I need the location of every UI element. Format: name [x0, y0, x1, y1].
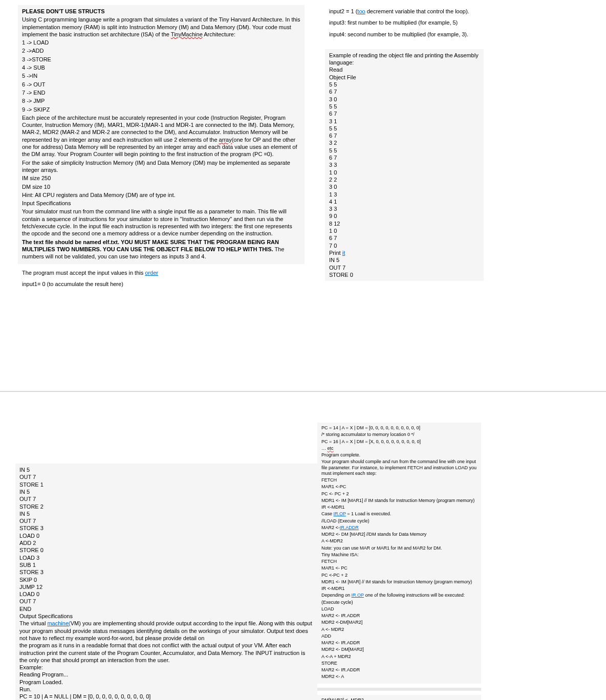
- isa-list: 1 -> LOAD2 ->ADD3 ->STORE4 -> SUB5 ->IN6…: [22, 39, 300, 113]
- order-word: order: [145, 270, 158, 276]
- line: LOAD 3: [19, 554, 313, 561]
- hint: Hint: All CPU registers and Data Memory …: [22, 191, 300, 199]
- line: FETCH: [321, 559, 477, 564]
- line: 9 0: [329, 212, 480, 220]
- line: MDR2 <- A: [321, 674, 477, 680]
- asm-output-box: IN 5OUT 7STORE 1IN 5OUT 7STORE 2IN 5OUT …: [15, 464, 317, 700]
- line: END: [19, 605, 313, 612]
- line: IN 5: [19, 488, 313, 495]
- isa-ops-box: DM[MAR2] <- MDR2 SUB MAR2 <-IR.ADDR MDR2…: [317, 695, 481, 700]
- line: LOAD 0: [19, 590, 313, 598]
- dm-size: DM size 10: [22, 183, 300, 190]
- line: MDR2 <- DM[MAR2]: [321, 647, 477, 652]
- line: LOAD: [321, 606, 477, 612]
- obj-lines: 5 56 73 05 56 73 15 56 73 25 56 73 31 02…: [329, 81, 480, 249]
- line: JUMP 12: [19, 583, 313, 590]
- irop-word: IR.OP: [334, 511, 346, 516]
- irop-word-2: IR.OP: [352, 593, 364, 598]
- print-lines: IN 5OUT 7STORE 0: [329, 256, 480, 278]
- line: PC <- PC + 2: [321, 491, 477, 497]
- line: 7 -> END: [22, 89, 300, 96]
- line: SKIP 0: [19, 576, 313, 583]
- line: IN 5: [19, 510, 313, 517]
- etc-word: etc: [328, 446, 334, 451]
- readable-para: the program as it runs in a readable for…: [19, 642, 313, 664]
- line: Run.: [19, 686, 313, 693]
- line: 7 0: [329, 242, 480, 249]
- line: 6 7: [329, 88, 480, 95]
- line: SUB 1: [19, 561, 313, 568]
- line: 6 -> OUT: [22, 81, 300, 88]
- input-spec-para: Your simulator must run from the command…: [22, 208, 300, 237]
- line: Program Loaded.: [19, 679, 313, 686]
- vm-para: The virtual machine(VM) you are implemen…: [19, 620, 313, 642]
- line: 3 1: [329, 118, 480, 125]
- line: Reading Program...: [19, 671, 313, 678]
- line: 3 3: [329, 161, 480, 168]
- line: 3 0: [329, 183, 480, 190]
- line: 5 ->IN: [22, 72, 300, 79]
- line: 8 -> JMP: [22, 97, 300, 104]
- line: Tiny Machine ISA:: [321, 552, 477, 558]
- line: A <- MDR2: [321, 627, 477, 632]
- line: 1 3: [329, 191, 480, 198]
- input3-line: input3: first number to be multiplied (f…: [329, 19, 480, 26]
- line: OUT 7: [19, 495, 313, 502]
- line: ADD 2: [19, 539, 313, 546]
- array-word: array(: [219, 137, 234, 143]
- line: 9 -> SKIPZ: [22, 106, 300, 113]
- input-order-box: The program must accept the input values…: [18, 267, 305, 292]
- line: STORE 1: [19, 481, 313, 488]
- line: 5 5: [329, 103, 480, 110]
- line: A <-MDR2: [321, 538, 477, 544]
- line: MAR2 <- IR.ADDR: [321, 613, 477, 619]
- fetch-exec-box: PC = 14 | A = X | DM = [0, 0, 0, 0, 0, 0…: [317, 423, 481, 684]
- asm-lines: IN 5OUT 7STORE 1IN 5OUT 7STORE 2IN 5OUT …: [19, 466, 313, 612]
- im-size: IM size 250: [22, 174, 300, 182]
- line: PC <-PC + 2: [321, 573, 477, 578]
- line: PC = 10 | A = NULL | DM = [0, 0, 0, 0, 0…: [19, 693, 313, 700]
- output-spec-heading: Output Specifications: [19, 612, 313, 620]
- line: A <-A + MDR2: [321, 654, 477, 660]
- example-lines: Reading Program...Program Loaded.Run.PC …: [19, 671, 313, 700]
- line: 6 7: [329, 234, 480, 242]
- read-label: Read: [329, 66, 480, 73]
- line: STORE 3: [19, 568, 313, 576]
- line: 8 12: [329, 220, 480, 227]
- line: 2 ->ADD: [22, 47, 300, 54]
- too-word: too: [357, 8, 365, 14]
- line: 6 7: [329, 110, 480, 117]
- elf-para: The text file should be named elf.txt. Y…: [22, 238, 300, 260]
- line: OUT 7: [19, 473, 313, 480]
- input2-line: input2 = 1 (too decrement variable that …: [329, 8, 480, 15]
- line: ADD: [321, 633, 477, 639]
- example-title: Example of reading the object file and p…: [329, 52, 480, 67]
- mini-divider: [317, 688, 481, 691]
- line: MDR1 <- IM [MAR] // IM stands for Instru…: [321, 579, 477, 585]
- line: (Execute cycle): [321, 600, 477, 605]
- line: 5 5: [329, 147, 480, 154]
- line: STORE 2: [19, 503, 313, 510]
- line: STORE 0: [329, 271, 480, 278]
- line: 3 2: [329, 139, 480, 146]
- line: 5 5: [329, 81, 480, 88]
- line: MAR2 <- IR.ADDR: [321, 640, 477, 646]
- line: OUT 7: [329, 264, 480, 271]
- input4-line: input4: second number to be multiplied (…: [329, 31, 480, 38]
- line: 1 0: [329, 227, 480, 234]
- line: 2 2: [329, 176, 480, 183]
- line: STORE: [321, 661, 477, 666]
- objfile-label: Object File: [329, 74, 480, 81]
- main-spec-box: PLEASE DON'T USE STRUCTS Using C program…: [18, 5, 305, 264]
- line: MDR1 <- IM [MAR1] // IM stands for Instr…: [321, 498, 477, 504]
- print-line: Print it: [329, 249, 480, 256]
- machine-word: machine(: [47, 620, 70, 626]
- example-label: Example:: [19, 664, 313, 671]
- line: 3 3: [329, 205, 480, 212]
- line: 4 -> SUB: [22, 64, 300, 71]
- line: 3 ->STORE: [22, 56, 300, 63]
- line: OUT 7: [19, 598, 313, 605]
- input-spec-heading: Input Specifications: [22, 200, 300, 207]
- line: IR <-MDR1: [321, 586, 477, 592]
- line: 1 0: [329, 169, 480, 176]
